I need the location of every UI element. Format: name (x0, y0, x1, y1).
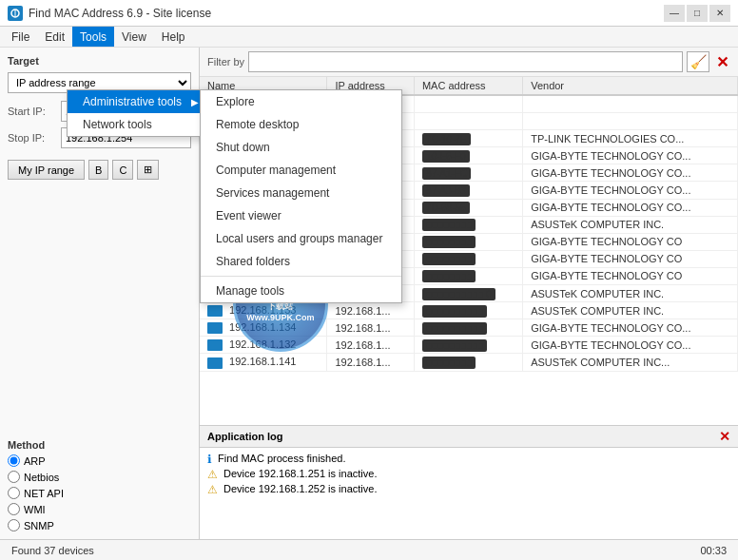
row-vendor: ASUSTeK COMPUTER INC. (523, 302, 738, 319)
elapsed-time: 00:33 (700, 545, 727, 556)
col-mac: MAC address (414, 77, 522, 95)
log-text-1: Find MAC process finished. (218, 453, 346, 464)
btn-b[interactable]: B (88, 160, 108, 180)
method-label: Method (8, 439, 191, 451)
table-row[interactable]: 192.168.1.132 192.168.1... ■■■■■■■■■■ GI… (200, 337, 738, 354)
admin-computer-mgmt[interactable]: Computer management (201, 159, 401, 182)
target-group: Target IP address range My IP range Sing… (8, 55, 191, 93)
row-mac: 10-E6-F0 (414, 147, 522, 164)
row-ip: 192.168.1... (327, 302, 415, 319)
close-button[interactable]: ✕ (709, 5, 730, 22)
method-arp[interactable]: ARP (8, 454, 191, 467)
row-name: 192.168.1.132 (200, 337, 327, 354)
app-log-header: Application log ✕ (200, 426, 738, 448)
btn-c[interactable]: C (112, 160, 133, 180)
row-mac: ■■■■■■■■ (414, 216, 522, 233)
row-vendor: GIGA-BYTE TECHNOLOGY CO... (523, 319, 738, 337)
row-name: 192.168.1.134 (200, 319, 327, 337)
method-radio-group: ARP Netbios NET API WMI (8, 454, 191, 531)
method-arp-label: ARP (24, 455, 46, 467)
log-text-3: Device 192.168.1.252 is inactive. (223, 483, 377, 494)
tools-network-label: Network tools (83, 118, 152, 131)
row-mac: ■■■■■■■■■■ (414, 302, 522, 319)
row-vendor: GIGA-BYTE TECHNOLOGY CO... (523, 337, 738, 354)
menu-bar: File Edit Tools View Help (0, 27, 738, 48)
table-row[interactable]: 192.168.1.134 192.168.1... ■■■■■■■■■■ GI… (200, 319, 738, 337)
row-vendor: ASUSTeK COMPUTER INC. (523, 216, 738, 233)
table-row[interactable]: 192.168.1.133 192.168.1... ■■■■■■■■■■ AS… (200, 302, 738, 319)
row-vendor: GIGA-BYTE TECHNOLOGY CO (523, 233, 738, 250)
log-entry-1: ℹ Find MAC process finished. (207, 452, 730, 467)
admin-shared-folders[interactable]: Shared folders (201, 250, 401, 273)
title-bar-left: Find MAC Address 6.9 - Site license (8, 6, 211, 21)
log-entry-2: ⚠ Device 192.168.1.251 is inactive. (207, 467, 730, 482)
table-row[interactable]: 192.168.1.141 192.168.1... ■■■■■■■■ ASUS… (200, 354, 738, 371)
col-vendor: Vendor (523, 77, 738, 95)
minimize-button[interactable]: — (664, 5, 685, 22)
method-netbios-label: Netbios (24, 472, 59, 483)
admin-shut-down[interactable]: Shut down (201, 136, 401, 159)
row-vendor: GIGA-BYTE TECHNOLOGY CO... (523, 199, 738, 216)
menu-tools[interactable]: Tools (72, 27, 114, 47)
admin-services-mgmt[interactable]: Services management (201, 182, 401, 204)
admin-event-viewer[interactable]: Event viewer (201, 204, 401, 227)
app-log: Application log ✕ ℹ Find MAC process fin… (200, 425, 738, 539)
filter-clear-btn[interactable]: 🧹 (687, 51, 709, 72)
admin-manage-tools[interactable]: Manage tools (201, 280, 401, 302)
row-vendor: GIGA-BYTE TECHNOLOGY CO... (523, 147, 738, 164)
row-ip: 192.168.1... (327, 337, 415, 354)
tools-menu-network[interactable]: Network tools (68, 113, 218, 136)
admin-local-users[interactable]: Local users and groups manager (201, 227, 401, 250)
window-controls: — □ ✕ (664, 5, 730, 22)
row-ip: 192.168.1... (327, 354, 415, 371)
row-vendor: GIGA-BYTE TECHNOLOGY CO (523, 250, 738, 267)
row-mac: ■■■■■■■■■■ 0 (414, 285, 522, 302)
row-name: 192.168.1.133 (200, 302, 327, 319)
row-mac: ■■■■■■■■■■ (414, 337, 522, 354)
ip-buttons-row: My IP range B C ⊞ (8, 160, 191, 180)
app-icon (8, 6, 23, 21)
admin-submenu: Explore Remote desktop Shut down Compute… (200, 89, 402, 303)
row-vendor: TP-LINK TECHNOLOGIES CO... (523, 130, 738, 147)
filter-input[interactable] (248, 51, 683, 72)
row-mac: 7D-68-56 (414, 199, 522, 216)
grid-btn[interactable]: ⊞ (137, 160, 159, 180)
warn-icon-2: ⚠ (207, 483, 218, 496)
method-netbios[interactable]: Netbios (8, 471, 191, 483)
menu-edit[interactable]: Edit (37, 27, 72, 47)
method-wmi[interactable]: WMI (8, 503, 191, 515)
row-vendor: GIGA-BYTE TECHNOLOGY CO... (523, 164, 738, 182)
row-mac (414, 95, 522, 113)
method-snmp[interactable]: SNMP (8, 519, 191, 531)
row-vendor: GIGA-BYTE TECHNOLOGY CO (523, 267, 738, 284)
admin-explore[interactable]: Explore (201, 90, 401, 113)
menu-file[interactable]: File (4, 27, 37, 47)
info-icon: ℹ (207, 453, 212, 466)
filter-close-btn[interactable]: ✕ (713, 53, 730, 70)
target-label: Target (8, 55, 191, 67)
row-mac: ■■■■■■■■■■ (414, 319, 522, 337)
tools-menu-admin[interactable]: Administrative tools ▶ (68, 90, 218, 113)
menu-help[interactable]: Help (154, 27, 193, 47)
submenu-arrow-admin: ▶ (191, 97, 199, 107)
maximize-button[interactable]: □ (687, 5, 708, 22)
method-wmi-label: WMI (24, 504, 46, 515)
app-log-close-btn[interactable]: ✕ (719, 429, 730, 444)
row-mac: ■■■■■■■■ (414, 250, 522, 267)
my-ip-range-btn[interactable]: My IP range (8, 160, 85, 180)
method-net-api[interactable]: NET API (8, 487, 191, 499)
row-vendor: GIGA-BYTE TECHNOLOGY CO... (523, 182, 738, 199)
warn-icon-1: ⚠ (207, 468, 218, 481)
app-log-body: ℹ Find MAC process finished. ⚠ Device 19… (200, 448, 738, 539)
tools-admin-label: Administrative tools (83, 95, 182, 108)
filter-label: Filter by (207, 56, 244, 68)
status-bar: Found 37 devices 00:33 (0, 539, 738, 560)
title-bar: Find MAC Address 6.9 - Site license — □ … (0, 0, 738, 27)
admin-remote-desktop[interactable]: Remote desktop (201, 113, 401, 136)
menu-view[interactable]: View (114, 27, 154, 47)
row-mac: ■■■■■■■■ (414, 354, 522, 371)
devices-found: Found 37 devices (11, 545, 94, 556)
app-log-title: Application log (207, 431, 282, 442)
method-snmp-label: SNMP (24, 520, 54, 531)
row-mac: 87-A3-B3 (414, 182, 522, 199)
